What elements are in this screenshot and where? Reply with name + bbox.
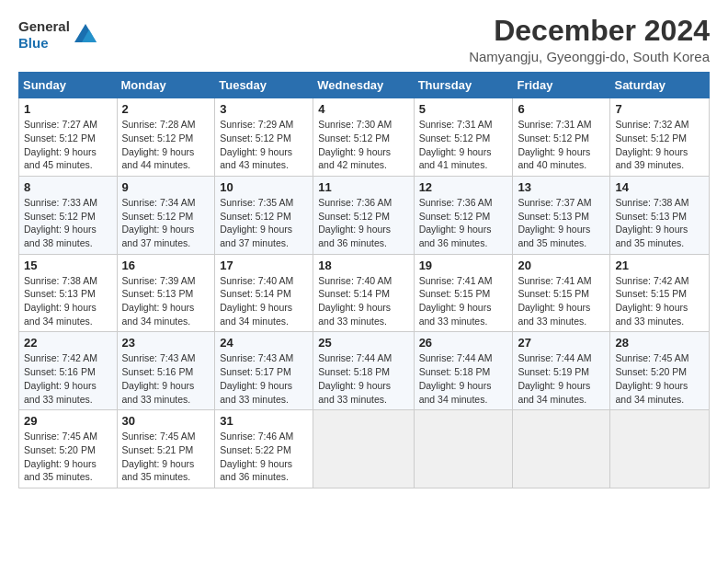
day-number: 14 [615, 180, 704, 194]
day-number: 28 [615, 336, 704, 350]
calendar-row-2: 15 Sunrise: 7:38 AMSunset: 5:13 PMDaylig… [19, 254, 710, 332]
day-detail: Sunrise: 7:29 AMSunset: 5:12 PMDaylight:… [220, 119, 293, 170]
calendar-cell: 13 Sunrise: 7:37 AMSunset: 5:13 PMDaylig… [513, 176, 610, 254]
day-detail: Sunrise: 7:41 AMSunset: 5:15 PMDaylight:… [419, 275, 493, 327]
calendar-cell: 25 Sunrise: 7:44 AMSunset: 5:18 PMDaylig… [313, 332, 414, 410]
day-number: 6 [518, 102, 605, 116]
calendar-cell: 28 Sunrise: 7:45 AMSunset: 5:20 PMDaylig… [610, 332, 710, 410]
day-number: 7 [615, 102, 704, 116]
day-detail: Sunrise: 7:44 AMSunset: 5:19 PMDaylight:… [518, 352, 591, 404]
day-detail: Sunrise: 7:42 AMSunset: 5:15 PMDaylight:… [615, 275, 688, 327]
calendar-cell: 21 Sunrise: 7:42 AMSunset: 5:15 PMDaylig… [610, 254, 710, 332]
logo-blue: Blue [18, 35, 70, 52]
header-tuesday: Tuesday [215, 73, 313, 98]
calendar-cell: 5 Sunrise: 7:31 AMSunset: 5:12 PMDayligh… [414, 98, 513, 177]
calendar-cell: 6 Sunrise: 7:31 AMSunset: 5:12 PMDayligh… [513, 98, 610, 177]
day-detail: Sunrise: 7:28 AMSunset: 5:12 PMDaylight:… [122, 119, 196, 170]
day-number: 27 [518, 336, 605, 350]
calendar-cell: 20 Sunrise: 7:41 AMSunset: 5:15 PMDaylig… [513, 254, 610, 332]
calendar-cell: 11 Sunrise: 7:36 AMSunset: 5:12 PMDaylig… [313, 176, 414, 254]
day-number: 26 [419, 336, 508, 350]
header-saturday: Saturday [610, 73, 710, 98]
header-monday: Monday [117, 73, 215, 98]
day-detail: Sunrise: 7:31 AMSunset: 5:12 PMDaylight:… [518, 119, 591, 170]
calendar-cell: 9 Sunrise: 7:34 AMSunset: 5:12 PMDayligh… [117, 176, 215, 254]
day-detail: Sunrise: 7:43 AMSunset: 5:16 PMDaylight:… [122, 352, 196, 404]
day-detail: Sunrise: 7:40 AMSunset: 5:14 PMDaylight:… [220, 275, 293, 327]
day-detail: Sunrise: 7:33 AMSunset: 5:12 PMDaylight:… [24, 197, 97, 248]
day-number: 23 [122, 336, 210, 350]
calendar-row-4: 29 Sunrise: 7:45 AMSunset: 5:20 PMDaylig… [19, 410, 710, 488]
logo: General Blue [18, 18, 98, 52]
calendar-cell: 24 Sunrise: 7:43 AMSunset: 5:17 PMDaylig… [215, 332, 313, 410]
day-detail: Sunrise: 7:45 AMSunset: 5:20 PMDaylight:… [615, 352, 688, 404]
header-wednesday: Wednesday [313, 73, 414, 98]
day-number: 31 [220, 414, 308, 428]
calendar-cell: 3 Sunrise: 7:29 AMSunset: 5:12 PMDayligh… [215, 98, 313, 177]
day-number: 9 [122, 180, 210, 194]
calendar-cell: 26 Sunrise: 7:44 AMSunset: 5:18 PMDaylig… [414, 332, 513, 410]
day-detail: Sunrise: 7:30 AMSunset: 5:12 PMDaylight:… [318, 119, 392, 170]
calendar-cell: 8 Sunrise: 7:33 AMSunset: 5:12 PMDayligh… [19, 176, 118, 254]
day-detail: Sunrise: 7:36 AMSunset: 5:12 PMDaylight:… [419, 197, 493, 248]
day-number: 20 [518, 259, 605, 272]
calendar-cell: 2 Sunrise: 7:28 AMSunset: 5:12 PMDayligh… [117, 98, 215, 177]
calendar-cell: 27 Sunrise: 7:44 AMSunset: 5:19 PMDaylig… [513, 332, 610, 410]
day-number: 19 [419, 259, 508, 272]
calendar-cell: 12 Sunrise: 7:36 AMSunset: 5:12 PMDaylig… [414, 176, 513, 254]
calendar-cell: 15 Sunrise: 7:38 AMSunset: 5:13 PMDaylig… [19, 254, 118, 332]
calendar-cell: 16 Sunrise: 7:39 AMSunset: 5:13 PMDaylig… [117, 254, 215, 332]
calendar-cell: 30 Sunrise: 7:45 AMSunset: 5:21 PMDaylig… [117, 410, 215, 488]
day-number: 5 [419, 102, 508, 116]
day-number: 25 [318, 336, 408, 350]
calendar-cell [414, 410, 513, 488]
calendar-cell: 22 Sunrise: 7:42 AMSunset: 5:16 PMDaylig… [19, 332, 118, 410]
day-detail: Sunrise: 7:44 AMSunset: 5:18 PMDaylight:… [419, 352, 493, 404]
calendar-cell: 18 Sunrise: 7:40 AMSunset: 5:14 PMDaylig… [313, 254, 414, 332]
location-title: Namyangju, Gyeonggi-do, South Korea [469, 49, 710, 64]
day-number: 1 [24, 102, 112, 116]
calendar-cell [513, 410, 610, 488]
day-detail: Sunrise: 7:37 AMSunset: 5:13 PMDaylight:… [518, 197, 591, 248]
logo-general: General [18, 18, 70, 35]
day-detail: Sunrise: 7:32 AMSunset: 5:12 PMDaylight:… [615, 119, 688, 170]
calendar-cell: 23 Sunrise: 7:43 AMSunset: 5:16 PMDaylig… [117, 332, 215, 410]
logo-icon [73, 22, 98, 48]
calendar-cell [313, 410, 414, 488]
header-sunday: Sunday [19, 73, 118, 98]
month-title: December 2024 [469, 15, 710, 47]
calendar-row-0: 1 Sunrise: 7:27 AMSunset: 5:12 PMDayligh… [19, 98, 710, 177]
calendar-table: Sunday Monday Tuesday Wednesday Thursday… [18, 72, 710, 488]
day-detail: Sunrise: 7:40 AMSunset: 5:14 PMDaylight:… [318, 275, 392, 327]
day-number: 10 [220, 180, 308, 194]
day-number: 18 [318, 259, 408, 272]
calendar-cell [610, 410, 710, 488]
header-thursday: Thursday [414, 73, 513, 98]
calendar-cell: 29 Sunrise: 7:45 AMSunset: 5:20 PMDaylig… [19, 410, 118, 488]
day-detail: Sunrise: 7:35 AMSunset: 5:12 PMDaylight:… [220, 197, 293, 248]
day-number: 3 [220, 102, 308, 116]
day-detail: Sunrise: 7:38 AMSunset: 5:13 PMDaylight:… [615, 197, 688, 248]
day-number: 13 [518, 180, 605, 194]
day-detail: Sunrise: 7:41 AMSunset: 5:15 PMDaylight:… [518, 275, 591, 327]
day-number: 12 [419, 180, 508, 194]
calendar-header-row: Sunday Monday Tuesday Wednesday Thursday… [19, 73, 710, 98]
day-number: 22 [24, 336, 112, 350]
calendar-cell: 1 Sunrise: 7:27 AMSunset: 5:12 PMDayligh… [19, 98, 118, 177]
day-detail: Sunrise: 7:31 AMSunset: 5:12 PMDaylight:… [419, 119, 493, 170]
page-header: General Blue December 2024 Namyangju, Gy… [18, 15, 710, 64]
day-number: 4 [318, 102, 408, 116]
day-number: 8 [24, 180, 112, 194]
day-detail: Sunrise: 7:45 AMSunset: 5:20 PMDaylight:… [24, 431, 97, 482]
day-detail: Sunrise: 7:27 AMSunset: 5:12 PMDaylight:… [24, 119, 97, 170]
calendar-row-1: 8 Sunrise: 7:33 AMSunset: 5:12 PMDayligh… [19, 176, 710, 254]
header-friday: Friday [513, 73, 610, 98]
day-detail: Sunrise: 7:43 AMSunset: 5:17 PMDaylight:… [220, 352, 293, 404]
day-detail: Sunrise: 7:45 AMSunset: 5:21 PMDaylight:… [122, 431, 196, 482]
calendar-cell: 17 Sunrise: 7:40 AMSunset: 5:14 PMDaylig… [215, 254, 313, 332]
calendar-cell: 14 Sunrise: 7:38 AMSunset: 5:13 PMDaylig… [610, 176, 710, 254]
day-detail: Sunrise: 7:34 AMSunset: 5:12 PMDaylight:… [122, 197, 196, 248]
day-number: 15 [24, 259, 112, 272]
day-detail: Sunrise: 7:38 AMSunset: 5:13 PMDaylight:… [24, 275, 97, 327]
day-number: 11 [318, 180, 408, 194]
